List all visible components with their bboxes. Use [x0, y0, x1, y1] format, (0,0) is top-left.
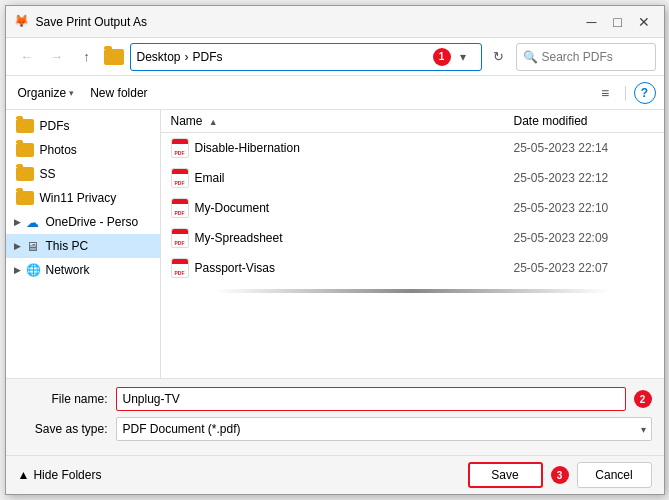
- footer-actions: Save 3 Cancel: [468, 462, 652, 488]
- path-separator: ›: [185, 50, 189, 64]
- path-part2: PDFs: [193, 50, 223, 64]
- save-type-label: Save as type:: [18, 422, 108, 436]
- folder-icon: [16, 119, 34, 133]
- view-divider: │: [622, 86, 630, 100]
- footer: ▲ Hide Folders Save 3 Cancel: [6, 455, 664, 494]
- close-button[interactable]: ✕: [632, 10, 656, 34]
- organize-button[interactable]: Organize ▾: [14, 81, 79, 105]
- new-folder-button[interactable]: New folder: [86, 81, 151, 105]
- address-badge1: 1: [433, 48, 451, 66]
- sidebar-item-this-pc[interactable]: ▶ 🖥 This PC: [6, 234, 160, 258]
- address-path: Desktop › PDFs: [137, 50, 433, 64]
- expander-icon: ▶: [12, 217, 24, 227]
- dialog-icon: 🦊: [14, 14, 30, 30]
- file-date: 25-05-2023 22:09: [514, 231, 654, 245]
- badge2: 2: [634, 390, 652, 408]
- window-controls: ─ □ ✕: [580, 10, 656, 34]
- pdf-icon: [171, 258, 189, 278]
- save-type-select-wrapper[interactable]: PDF Document (*.pdf): [116, 417, 652, 441]
- file-date: 25-05-2023 22:12: [514, 171, 654, 185]
- sidebar-item-pdfs[interactable]: PDFs: [6, 114, 160, 138]
- folder-icon: [16, 191, 34, 205]
- maximize-button[interactable]: □: [606, 10, 630, 34]
- view-controls: ≡ │ ?: [592, 80, 656, 106]
- sidebar-item-label: Photos: [40, 143, 77, 157]
- up-button[interactable]: ↑: [74, 44, 100, 70]
- folder-icon: [104, 49, 124, 65]
- save-type-row: Save as type: PDF Document (*.pdf): [18, 417, 652, 441]
- badge3: 3: [551, 466, 569, 484]
- column-name-header: Name ▲: [171, 114, 514, 128]
- chevron-up-icon: ▲: [18, 468, 30, 482]
- sort-icon: ▲: [209, 117, 218, 127]
- cancel-button[interactable]: Cancel: [577, 462, 652, 488]
- file-name-input[interactable]: [116, 387, 626, 411]
- folder-icon: [16, 143, 34, 157]
- file-name: Email: [195, 171, 508, 185]
- folder-icon: [16, 167, 34, 181]
- sidebar-item-photos[interactable]: Photos: [6, 138, 160, 162]
- file-date: 25-05-2023 22:14: [514, 141, 654, 155]
- sidebar-item-onedrive[interactable]: ▶ ☁ OneDrive - Perso: [6, 210, 160, 234]
- sidebar-item-label: Win11 Privacy: [40, 191, 117, 205]
- hide-folders-label: Hide Folders: [33, 468, 101, 482]
- forward-button[interactable]: →: [44, 44, 70, 70]
- pdf-icon: [171, 168, 189, 188]
- refresh-button[interactable]: ↻: [486, 44, 512, 70]
- sidebar-item-label: This PC: [46, 239, 89, 253]
- table-row[interactable]: My-Document 25-05-2023 22:10: [161, 193, 664, 223]
- organize-label: Organize: [18, 86, 67, 100]
- file-date: 25-05-2023 22:10: [514, 201, 654, 215]
- network-icon: 🌐: [26, 263, 44, 277]
- address-bar[interactable]: Desktop › PDFs 1 ▾: [130, 43, 482, 71]
- sidebar-item-network[interactable]: ▶ 🌐 Network: [6, 258, 160, 282]
- address-toolbar: ← → ↑ Desktop › PDFs 1 ▾ ↻ 🔍: [6, 38, 664, 76]
- save-type-select[interactable]: PDF Document (*.pdf): [116, 417, 652, 441]
- sidebar-item-label: SS: [40, 167, 56, 181]
- main-content: PDFs Photos SS Win11 Privacy ▶ ☁ OneDriv…: [6, 110, 664, 378]
- computer-icon: 🖥: [26, 239, 44, 253]
- file-name-label: File name:: [18, 392, 108, 406]
- file-list: Name ▲ Date modified Disable-Hibernation…: [161, 110, 664, 378]
- pdf-icon: [171, 228, 189, 248]
- pdf-icon: [171, 198, 189, 218]
- expander-icon: ▶: [12, 241, 24, 251]
- address-chevron-icon[interactable]: ▾: [451, 43, 475, 71]
- save-dialog: 🦊 Save Print Output As ─ □ ✕ ← → ↑ Deskt…: [5, 5, 665, 495]
- file-list-header: Name ▲ Date modified: [161, 110, 664, 133]
- table-row[interactable]: Passport-Visas 25-05-2023 22:07: [161, 253, 664, 283]
- path-part1: Desktop: [137, 50, 181, 64]
- sidebar: PDFs Photos SS Win11 Privacy ▶ ☁ OneDriv…: [6, 110, 161, 378]
- help-button[interactable]: ?: [634, 82, 656, 104]
- sidebar-item-ss[interactable]: SS: [6, 162, 160, 186]
- new-folder-label: New folder: [90, 86, 147, 100]
- file-name: Passport-Visas: [195, 261, 508, 275]
- cloud-icon: ☁: [26, 215, 44, 229]
- file-name: My-Document: [195, 201, 508, 215]
- bottom-form: File name: 2 Save as type: PDF Document …: [6, 378, 664, 455]
- search-icon: 🔍: [523, 50, 538, 64]
- action-bar: Organize ▾ New folder ≡ │ ?: [6, 76, 664, 110]
- file-date: 25-05-2023 22:07: [514, 261, 654, 275]
- minimize-button[interactable]: ─: [580, 10, 604, 34]
- back-button[interactable]: ←: [14, 44, 40, 70]
- table-row[interactable]: My-Spreadsheet 25-05-2023 22:09: [161, 223, 664, 253]
- column-date-header: Date modified: [514, 114, 654, 128]
- save-label: Save: [491, 468, 518, 482]
- search-input[interactable]: [542, 50, 649, 64]
- cancel-label: Cancel: [595, 468, 632, 482]
- table-row[interactable]: Disable-Hibernation 25-05-2023 22:14: [161, 133, 664, 163]
- hide-folders-button[interactable]: ▲ Hide Folders: [18, 468, 102, 482]
- title-bar: 🦊 Save Print Output As ─ □ ✕: [6, 6, 664, 38]
- expander-icon: ▶: [12, 265, 24, 275]
- table-row[interactable]: Email 25-05-2023 22:12: [161, 163, 664, 193]
- pdf-icon: [171, 138, 189, 158]
- sidebar-item-label: OneDrive - Perso: [46, 215, 139, 229]
- sidebar-item-win11[interactable]: Win11 Privacy: [6, 186, 160, 210]
- view-options-button[interactable]: ≡: [592, 80, 618, 106]
- save-button[interactable]: Save: [468, 462, 543, 488]
- sidebar-item-label: Network: [46, 263, 90, 277]
- file-name-row: File name: 2: [18, 387, 652, 411]
- search-box[interactable]: 🔍: [516, 43, 656, 71]
- organize-chevron-icon: ▾: [69, 88, 74, 98]
